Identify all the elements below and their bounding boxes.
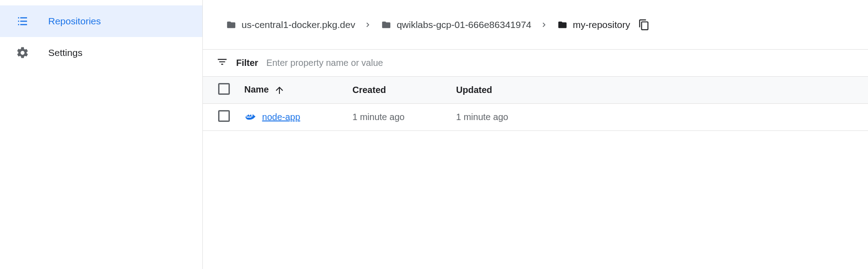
gear-icon [16, 46, 29, 60]
table-row: node-app 1 minute ago 1 minute ago [203, 104, 868, 131]
breadcrumb-item-registry[interactable]: us-central1-docker.pkg.dev [225, 19, 355, 30]
sidebar-item-settings[interactable]: Settings [0, 37, 202, 69]
breadcrumb-label: us-central1-docker.pkg.dev [242, 19, 355, 30]
chevron-right-icon [539, 20, 548, 29]
repositories-table: Name Created Updated [203, 76, 868, 131]
breadcrumb-item-repository[interactable]: my-repository [557, 19, 630, 30]
breadcrumb-label: my-repository [573, 19, 630, 30]
artifact-link[interactable]: node-app [262, 112, 301, 122]
select-all-checkbox[interactable] [218, 83, 230, 95]
breadcrumb-item-project[interactable]: qwiklabs-gcp-01-666e86341974 [380, 19, 531, 30]
filter-icon [216, 56, 228, 70]
column-header-name[interactable]: Name [239, 77, 347, 104]
column-header-created[interactable]: Created [347, 77, 451, 104]
list-icon [16, 14, 29, 28]
chevron-right-icon [363, 20, 372, 29]
breadcrumb-label: qwiklabs-gcp-01-666e86341974 [397, 19, 531, 30]
cell-updated: 1 minute ago [451, 104, 868, 131]
column-header-updated[interactable]: Updated [451, 77, 868, 104]
cell-created: 1 minute ago [347, 104, 451, 131]
table-header-row: Name Created Updated [203, 77, 868, 104]
sidebar-item-repositories[interactable]: Repositories [0, 5, 202, 37]
filter-label: Filter [236, 58, 258, 68]
docker-icon [244, 112, 257, 122]
filter-bar: Filter [203, 50, 868, 76]
sidebar-item-label: Settings [48, 47, 82, 58]
breadcrumb: us-central1-docker.pkg.dev qwiklabs-gcp-… [203, 0, 868, 50]
folder-icon [225, 20, 237, 30]
folder-icon [380, 20, 392, 30]
sidebar: Repositories Settings [0, 0, 203, 269]
filter-input[interactable] [266, 58, 854, 68]
folder-icon [557, 20, 568, 30]
row-checkbox[interactable] [218, 110, 230, 122]
copy-icon[interactable] [638, 19, 650, 31]
sidebar-item-label: Repositories [48, 16, 101, 27]
main-content: us-central1-docker.pkg.dev qwiklabs-gcp-… [203, 0, 868, 269]
sort-ascending-icon [274, 85, 285, 96]
